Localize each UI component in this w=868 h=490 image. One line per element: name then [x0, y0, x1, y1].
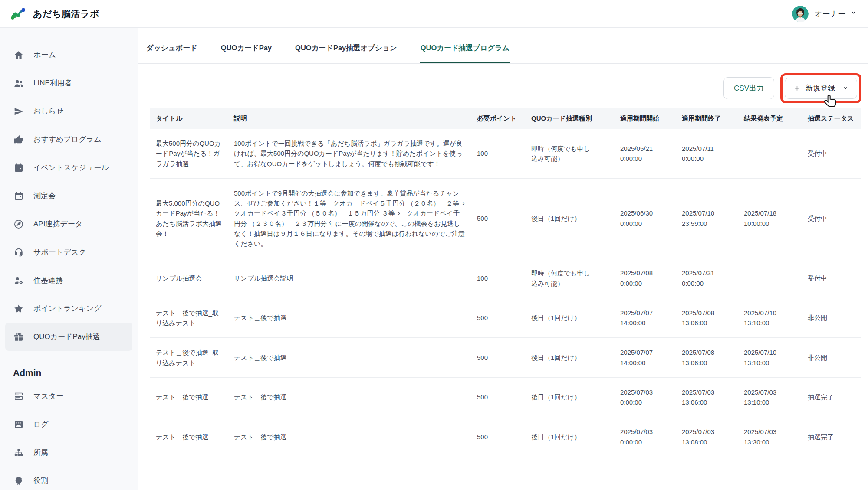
plug-icon — [13, 219, 24, 230]
cell-points: 500 — [471, 338, 525, 378]
sidebar-item-star[interactable]: ポイントランキング — [5, 294, 132, 323]
cell-lottery_type: 後日（1回だけ） — [525, 298, 614, 338]
chevron-down-icon — [850, 10, 857, 18]
users-icon — [13, 78, 24, 89]
cell-description: テスト＿後で抽選 — [228, 417, 471, 457]
annotation-highlight-box: 新規登録 — [780, 73, 861, 103]
main-content: ダッシュボードQUOカードPayQUOカードPay抽選オプションQUOカード抽選… — [138, 28, 868, 490]
sidebar-item-label: QUOカードPay抽選 — [33, 332, 100, 342]
cell-title: テスト＿後で抽選 — [150, 377, 228, 417]
sidebar-item-user-gear[interactable]: 住基連携 — [5, 266, 132, 294]
sidebar-item-calendar[interactable]: 測定会 — [5, 182, 132, 210]
cell-status: 受付中 — [802, 129, 861, 178]
cell-lottery_type: 後日（1回だけ） — [525, 377, 614, 417]
sidebar-item-label: 所属 — [33, 448, 48, 457]
lottery-program-table: タイトル説明必要ポイントQUOカード抽選種別適用期間開始適用期間終了結果発表予定… — [150, 108, 861, 457]
sidebar-item-log[interactable]: ログ — [5, 410, 132, 438]
sidebar-item-calendar-solid[interactable]: イベントスケジュール — [5, 154, 132, 182]
cell-points: 100 — [471, 258, 525, 298]
column-header: タイトル — [150, 108, 228, 129]
table-row[interactable]: サンプル抽選会サンプル抽選会説明100即時（何度でも申し込み可能）2025/07… — [150, 258, 861, 298]
toolbar: CSV出力 新規登録 — [138, 64, 868, 107]
cell-result_date: 2025/07/03 13:10:00 — [738, 377, 802, 417]
table-row[interactable]: テスト＿後で抽選_取り込みテストテスト＿後で抽選500後日（1回だけ）2025/… — [150, 298, 861, 338]
thumbs-up-icon — [13, 134, 24, 145]
new-registration-label: 新規登録 — [806, 83, 835, 93]
column-header: 必要ポイント — [471, 108, 525, 129]
table-row[interactable]: 最大5,000円分のQUOカードPayが当たる！あだち脳活ラボ大抽選会！500ポ… — [150, 178, 861, 258]
cell-result_date: 2025/07/10 13:10:00 — [738, 298, 802, 338]
sidebar-item-home[interactable]: ホーム — [5, 41, 132, 69]
user-gear-icon — [13, 275, 24, 286]
sidebar-item-master[interactable]: マスター — [5, 382, 132, 410]
sidebar-item-gift[interactable]: QUOカードPay抽選 — [5, 323, 132, 351]
cell-points: 100 — [471, 129, 525, 178]
csv-export-button[interactable]: CSV出力 — [723, 77, 774, 99]
column-header: 適用期間終了 — [676, 108, 738, 129]
cell-period_end: 2025/07/10 23:59:00 — [676, 178, 738, 258]
cell-period_start: 2025/05/21 0:00:00 — [614, 129, 676, 178]
table-row[interactable]: テスト＿後で抽選テスト＿後で抽選500後日（1回だけ）2025/07/03 0:… — [150, 377, 861, 417]
table-row[interactable]: テスト＿後で抽選_取り込みテストテスト＿後で抽選500後日（1回だけ）2025/… — [150, 338, 861, 378]
cell-period_start: 2025/06/30 0:00:00 — [614, 178, 676, 258]
cell-title: テスト＿後で抽選 — [150, 417, 228, 457]
sidebar-item-label: ホーム — [33, 50, 56, 60]
gift-icon — [13, 331, 24, 343]
column-header: 適用期間開始 — [614, 108, 676, 129]
cell-description: サンプル抽選会説明 — [228, 258, 471, 298]
master-icon — [13, 391, 24, 402]
user-menu[interactable]: オーナー — [792, 6, 857, 22]
tab-quo-card-pay[interactable]: QUOカードPay — [220, 37, 273, 63]
sidebar-item-label: API連携データ — [33, 219, 82, 229]
cell-status: 受付中 — [802, 178, 861, 258]
cell-result_date — [738, 258, 802, 298]
sidebar-item-thumbs-up[interactable]: おすすめプログラム — [5, 125, 132, 154]
cell-description: テスト＿後で抽選 — [228, 338, 471, 378]
tab-quo-card-pay-lottery-option[interactable]: QUOカードPay抽選オプション — [294, 37, 398, 63]
cell-points: 500 — [471, 298, 525, 338]
cell-period_end: 2025/07/31 0:00:00 — [676, 258, 738, 298]
cell-status: 抽選完了 — [802, 417, 861, 457]
home-icon — [13, 49, 24, 61]
cell-lottery_type: 即時（何度でも申し込み可能） — [525, 258, 614, 298]
cell-period_end: 2025/07/03 13:08:00 — [676, 417, 738, 457]
cell-status: 抽選完了 — [802, 377, 861, 417]
cell-lottery_type: 後日（1回だけ） — [525, 178, 614, 258]
cell-period_start: 2025/07/07 14:00:00 — [614, 338, 676, 378]
sidebar-item-plug[interactable]: API連携データ — [5, 210, 132, 238]
cell-lottery_type: 後日（1回だけ） — [525, 417, 614, 457]
chevron-down-icon — [840, 85, 848, 91]
sidebar-item-label: イベントスケジュール — [33, 163, 109, 173]
sidebar-item-users[interactable]: LINE利用者 — [5, 69, 132, 97]
cell-status: 非公開 — [802, 338, 861, 378]
cell-result_date — [738, 129, 802, 178]
cell-result_date: 2025/07/10 13:10:00 — [738, 338, 802, 378]
admin-section-label: Admin — [13, 364, 138, 382]
sidebar-item-sitemap[interactable]: 所属 — [5, 438, 132, 467]
sidebar-item-badge[interactable]: 役割 — [5, 467, 132, 490]
new-registration-button[interactable]: 新規登録 — [785, 78, 857, 99]
sidebar-item-label: 測定会 — [33, 191, 56, 201]
table-row[interactable]: テスト＿後で抽選テスト＿後で抽選500後日（1回だけ）2025/07/03 0:… — [150, 417, 861, 457]
calendar-icon — [13, 190, 24, 202]
cell-title: サンプル抽選会 — [150, 258, 228, 298]
sidebar-item-paper-plane[interactable]: おしらせ — [5, 97, 132, 125]
app-root: あだち脳活ラボ オーナー — [0, 0, 868, 490]
sidebar-item-label: おしらせ — [33, 106, 64, 116]
cell-status: 受付中 — [802, 258, 861, 298]
cell-description: テスト＿後で抽選 — [228, 377, 471, 417]
cell-lottery_type: 後日（1回だけ） — [525, 338, 614, 378]
cell-period_end: 2025/07/08 13:06:00 — [676, 298, 738, 338]
sidebar-item-headset[interactable]: サポートデスク — [5, 238, 132, 266]
cell-title: 最大500円分のQUOカードPayが当たる！ガラガラ抽選 — [150, 129, 228, 178]
cell-period_start: 2025/07/08 0:00:00 — [614, 258, 676, 298]
cell-description: 500ポイントで9月開催の大抽選会に参加できます。豪華賞品が当たるチャンス、ぜひ… — [228, 178, 471, 258]
tab-dashboard[interactable]: ダッシュボード — [145, 37, 198, 63]
table-row[interactable]: 最大500円分のQUOカードPayが当たる！ガラガラ抽選100ポイントで一回挑戦… — [150, 129, 861, 178]
sitemap-icon — [13, 447, 24, 458]
tab-bar: ダッシュボードQUOカードPayQUOカードPay抽選オプションQUOカード抽選… — [138, 28, 868, 64]
cell-points: 500 — [471, 417, 525, 457]
table-header-row: タイトル説明必要ポイントQUOカード抽選種別適用期間開始適用期間終了結果発表予定… — [150, 108, 861, 129]
tab-quo-card-lottery-program[interactable]: QUOカード抽選プログラム — [420, 37, 510, 63]
user-name: オーナー — [814, 9, 846, 19]
